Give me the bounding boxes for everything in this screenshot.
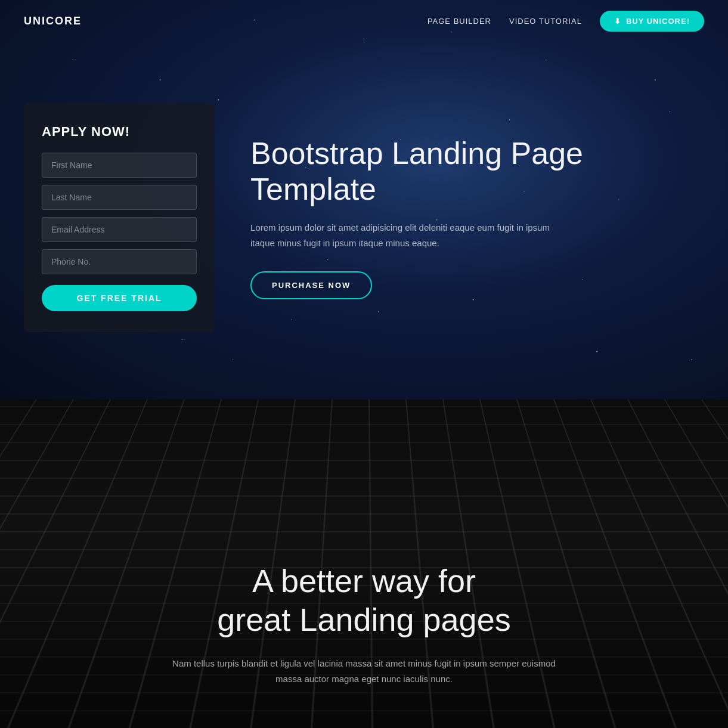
section2-description: Nam tellus turpis blandit et ligula vel … [171,656,558,686]
section2-heading: A better way for great Landing pages [171,562,558,639]
navbar: UNICORE PAGE BUILDER VIDEO TUTORIAL ⬇ BU… [0,0,728,42]
nav-link-page-builder[interactable]: PAGE BUILDER [427,17,491,26]
buy-unicore-button[interactable]: ⬇ BUY UNICORE! [600,11,704,32]
form-title: APPLY NOW! [42,124,197,140]
hero-content: APPLY NOW! GET FREE TRIAL Bootstrap Land… [0,67,728,332]
second-section: A better way for great Landing pages Nam… [0,399,728,728]
last-name-input[interactable] [42,185,197,210]
section2-content: A better way for great Landing pages Nam… [147,562,582,686]
purchase-now-button[interactable]: PURCHASE NOW [250,271,372,299]
first-name-input[interactable] [42,153,197,178]
download-icon: ⬇ [614,17,621,26]
hero-description: Lorem ipsum dolor sit amet adipisicing e… [250,220,560,250]
hero-section: UNICORE PAGE BUILDER VIDEO TUTORIAL ⬇ BU… [0,0,728,399]
nav-logo: UNICORE [24,15,82,27]
phone-input[interactable] [42,249,197,274]
apply-form-card: APPLY NOW! GET FREE TRIAL [24,103,215,332]
hero-heading: Bootstrap Landing Page Template [250,136,704,207]
hero-text: Bootstrap Landing Page Template Lorem ip… [250,136,704,300]
nav-link-video-tutorial[interactable]: VIDEO TUTORIAL [509,17,582,26]
nav-links: PAGE BUILDER VIDEO TUTORIAL ⬇ BUY UNICOR… [427,11,704,32]
email-input[interactable] [42,217,197,242]
get-free-trial-button[interactable]: GET FREE TRIAL [42,285,197,311]
